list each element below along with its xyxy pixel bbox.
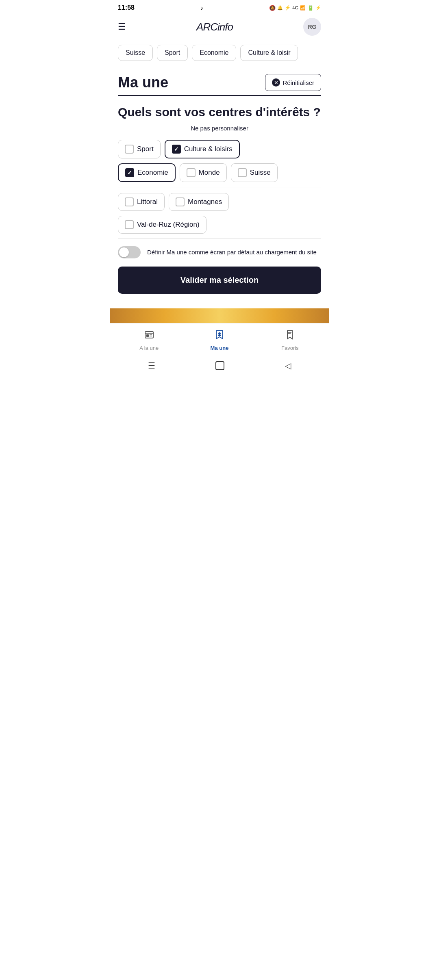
reinitialize-button[interactable]: ✕ Réinitialiser — [265, 74, 321, 91]
app-header: ☰ ARCinfo RG — [110, 14, 329, 42]
avatar[interactable]: RG — [303, 18, 321, 36]
checkbox-sport — [125, 145, 134, 154]
charge-icon: ⚡ — [315, 5, 321, 11]
close-icon: ✕ — [272, 78, 280, 87]
tab-culture[interactable]: Culture & loisir — [240, 45, 298, 61]
tab-suisse[interactable]: Suisse — [118, 45, 153, 61]
checkbox-montagnes — [176, 197, 185, 206]
checkbox-littoral — [125, 197, 134, 206]
checkmark-economie: ✓ — [127, 169, 132, 176]
wifi-icon: 📶 — [300, 5, 306, 11]
page-title-row: Ma une ✕ Réinitialiser — [118, 74, 321, 96]
chip-culture-loisirs[interactable]: ✓ Culture & loisirs — [165, 140, 240, 158]
chip-culture-label: Culture & loisirs — [184, 145, 233, 153]
interests-row-1: Sport ✓ Culture & loisirs — [118, 140, 321, 158]
a-la-une-icon — [143, 329, 155, 343]
a-la-une-label: A la une — [139, 345, 159, 351]
chip-suisse[interactable]: Suisse — [231, 163, 278, 182]
reinit-label: Réinitialiser — [283, 79, 314, 86]
favoris-label: Favoris — [281, 345, 299, 351]
chip-monde-label: Monde — [199, 169, 220, 177]
interests-row-2: ✓ Economie Monde Suisse — [118, 163, 321, 182]
interests-row-4: Val-de-Ruz (Région) — [118, 216, 321, 234]
music-note: ♪ — [200, 4, 204, 11]
checkbox-monde — [187, 168, 196, 177]
chip-monde[interactable]: Monde — [180, 163, 227, 182]
chip-suisse-label: Suisse — [250, 169, 271, 177]
toggle-thumb — [119, 247, 129, 257]
page-title: Ma une — [118, 74, 168, 91]
divider-1 — [118, 187, 321, 187]
checkbox-culture-loisirs: ✓ — [172, 145, 181, 154]
chip-sport-label: Sport — [137, 145, 154, 153]
main-content: Ma une ✕ Réinitialiser Quels sont vos ce… — [110, 67, 329, 308]
checkbox-suisse — [238, 168, 247, 177]
svg-rect-2 — [146, 334, 149, 337]
tab-economie[interactable]: Economie — [192, 45, 236, 61]
default-screen-toggle-row: Définir Ma une comme écran par défaut au… — [118, 246, 321, 258]
bottom-nav: A la une Ma une Favoris — [110, 323, 329, 355]
ma-une-icon — [214, 329, 225, 343]
sys-menu-icon[interactable]: ☰ — [148, 361, 155, 371]
system-nav: ☰ ◁ — [110, 355, 329, 379]
battery-icon: 🔋 — [307, 5, 314, 11]
nav-favoris[interactable]: Favoris — [276, 329, 304, 351]
sys-back-icon[interactable]: ◁ — [285, 361, 291, 371]
chip-montagnes-label: Montagnes — [188, 198, 222, 206]
chip-littoral-label: Littoral — [137, 198, 158, 206]
silent-icon: 🔕 — [269, 5, 276, 11]
status-time: 11:58 — [118, 4, 135, 11]
question-heading: Quels sont vos centres d'intérêts ? — [118, 104, 321, 120]
chip-economie-label: Economie — [137, 169, 168, 177]
chip-montagnes[interactable]: Montagnes — [169, 193, 229, 211]
app-logo: ARCinfo — [196, 21, 233, 33]
validate-selection-button[interactable]: Valider ma sélection — [118, 267, 321, 294]
chip-economie[interactable]: ✓ Economie — [118, 163, 176, 182]
no-personalize-link[interactable]: Ne pas personnaliser — [118, 125, 321, 132]
interests-row-3: Littoral Montagnes — [118, 193, 321, 211]
nav-a-la-une[interactable]: A la une — [135, 329, 163, 351]
tab-sport[interactable]: Sport — [157, 45, 188, 61]
favoris-icon — [284, 329, 296, 343]
bluetooth-icon: ⚡ — [285, 5, 291, 11]
ma-une-label: Ma une — [211, 345, 229, 351]
checkmark-culture: ✓ — [174, 146, 179, 152]
gold-banner — [110, 308, 329, 323]
category-tabs: Suisse Sport Economie Culture & loisir — [110, 42, 329, 67]
chip-sport[interactable]: Sport — [118, 140, 161, 158]
chip-val-de-ruz-label: Val-de-Ruz (Région) — [137, 221, 200, 229]
checkbox-economie: ✓ — [125, 168, 134, 177]
divider-2 — [118, 238, 321, 239]
status-bar: 11:58 ♪ 🔕 🔔 ⚡ 4G 📶 🔋 ⚡ — [110, 0, 329, 14]
status-icons: 🔕 🔔 ⚡ 4G 📶 🔋 ⚡ — [269, 5, 321, 11]
toggle-track — [118, 246, 141, 258]
menu-icon[interactable]: ☰ — [118, 22, 126, 32]
toggle-label: Définir Ma une comme écran par défaut au… — [147, 248, 317, 256]
chip-littoral[interactable]: Littoral — [118, 193, 165, 211]
nav-ma-une[interactable]: Ma une — [205, 329, 234, 351]
sys-home-icon[interactable] — [215, 361, 224, 370]
bell-icon: 🔔 — [277, 5, 283, 11]
signal-icon: 4G — [292, 5, 298, 10]
default-screen-toggle[interactable] — [118, 246, 141, 258]
checkbox-val-de-ruz — [125, 220, 134, 229]
chip-val-de-ruz[interactable]: Val-de-Ruz (Région) — [118, 216, 206, 234]
